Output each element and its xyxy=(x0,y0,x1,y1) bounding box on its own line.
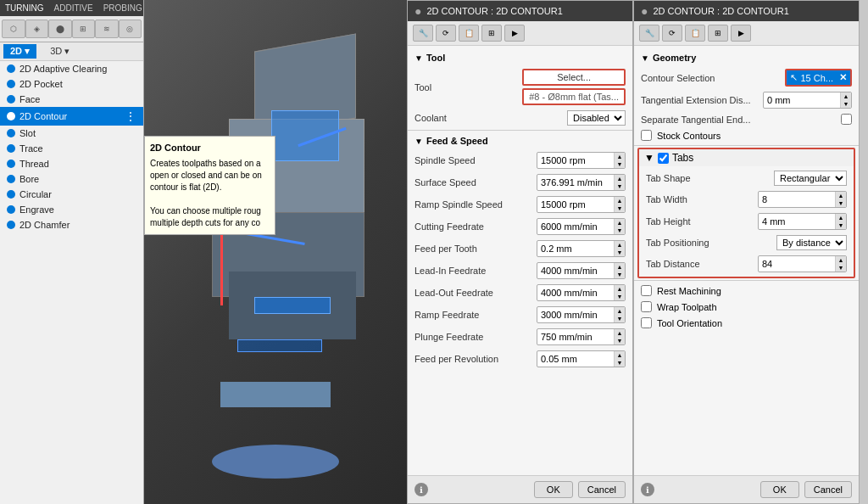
stock-contours-checkbox[interactable] xyxy=(641,130,652,141)
spin-tab-d-up[interactable]: ▲ xyxy=(836,256,846,264)
contour-close-btn[interactable]: ✕ xyxy=(839,72,847,83)
d2-toolbar-btn-3[interactable]: 📋 xyxy=(685,25,705,42)
spindle-speed-field: 15000 rpm ▲ ▼ xyxy=(537,152,626,169)
tabs-enabled-checkbox[interactable] xyxy=(658,153,669,164)
spin-tab-d-down[interactable]: ▼ xyxy=(836,264,846,272)
tab-distance-input[interactable]: 84 xyxy=(759,258,835,270)
menu-engrave[interactable]: Engrave xyxy=(0,202,143,217)
menu-label: Circular xyxy=(19,189,52,199)
info-icon-2[interactable]: ℹ xyxy=(641,483,654,496)
tab-probing[interactable]: PROBING xyxy=(98,0,147,16)
tool-orientation-checkbox[interactable] xyxy=(641,317,652,328)
surface-speed-input[interactable]: 376.991 m/min xyxy=(537,176,614,188)
spin-down-5[interactable]: ▼ xyxy=(615,249,625,256)
d2-toolbar-btn-2[interactable]: ⟳ xyxy=(662,25,682,42)
spin-down-8[interactable]: ▼ xyxy=(615,315,625,322)
icon-4[interactable]: ⊞ xyxy=(72,20,96,38)
d2-toolbar-btn-5[interactable]: ▶ xyxy=(731,25,751,42)
spin-down-10[interactable]: ▼ xyxy=(615,359,625,367)
feed-per-tooth-input[interactable]: 0.2 mm xyxy=(537,243,614,255)
select-tool-button[interactable]: Select... xyxy=(522,69,626,86)
ramp-feedrate-input[interactable]: 3000 mm/min xyxy=(537,309,614,321)
coolant-select[interactable]: Disabled xyxy=(567,110,626,126)
tab-width-input[interactable]: 8 xyxy=(759,193,835,205)
toolbar-btn-2[interactable]: ⟳ xyxy=(436,25,456,42)
cutting-feedrate-input[interactable]: 6000 mm/min xyxy=(537,221,614,232)
tool-section-header[interactable]: ▼ Tool xyxy=(408,49,632,66)
dialog2-cancel-button[interactable]: Cancel xyxy=(804,481,852,498)
more-icon[interactable]: ⋮ xyxy=(125,109,136,123)
tab-bar: TURNING ADDITIVE PROBING FABRICAT... xyxy=(0,0,143,16)
feed-speed-section-header[interactable]: ▼ Feed & Speed xyxy=(408,132,632,149)
contour-selection-widget[interactable]: ↖ 15 Ch... ✕ xyxy=(785,69,852,87)
plunge-feedrate-field: 750 mm/min ▲ ▼ xyxy=(537,328,626,345)
wrap-toolpath-checkbox[interactable] xyxy=(641,301,652,312)
menu-2d-pocket[interactable]: 2D Pocket xyxy=(0,76,143,92)
dialog1-ok-button[interactable]: OK xyxy=(534,481,573,498)
spin-up-9[interactable]: ▲ xyxy=(615,329,625,337)
spin-tab-w-down[interactable]: ▼ xyxy=(836,199,846,207)
dialog2-ok-button[interactable]: OK xyxy=(760,481,799,498)
spin-down-6[interactable]: ▼ xyxy=(615,271,625,278)
rest-machining-checkbox[interactable] xyxy=(641,285,652,296)
toolbar-btn-5[interactable]: ▶ xyxy=(504,25,525,42)
btn-2d[interactable]: 2D ▾ xyxy=(3,44,36,59)
menu-thread[interactable]: Thread xyxy=(0,156,143,171)
geometry-section-header[interactable]: ▼ Geometry xyxy=(634,49,859,66)
toolbar-btn-1[interactable]: 🔧 xyxy=(413,25,433,42)
spin-up-4[interactable]: ▲ xyxy=(615,219,625,227)
icon-6[interactable]: ◎ xyxy=(119,20,142,38)
spin-down[interactable]: ▼ xyxy=(615,160,625,168)
spin-down-7[interactable]: ▼ xyxy=(615,293,625,300)
menu-trace[interactable]: Trace xyxy=(0,141,143,156)
spin-tab-h-up[interactable]: ▲ xyxy=(836,214,846,221)
sep-tang-checkbox[interactable] xyxy=(841,114,852,125)
icon-5[interactable]: ≋ xyxy=(95,20,119,38)
spin-down-9[interactable]: ▼ xyxy=(615,337,625,344)
menu-bore[interactable]: Bore xyxy=(0,171,143,187)
spin-up-5[interactable]: ▲ xyxy=(615,241,625,249)
spin-down-2[interactable]: ▼ xyxy=(615,182,625,190)
menu-2d-contour[interactable]: 2D Contour ⋮ xyxy=(0,107,143,126)
icon-3[interactable]: ⬤ xyxy=(48,20,72,38)
feed-per-rev-input[interactable]: 0.05 mm xyxy=(537,353,614,365)
dialog1-cancel-button[interactable]: Cancel xyxy=(578,481,626,498)
icon-2[interactable]: ◈ xyxy=(25,20,49,38)
info-icon[interactable]: ℹ xyxy=(415,483,428,496)
tab-positioning-select[interactable]: By distance xyxy=(776,235,847,250)
btn-3d[interactable]: 3D ▾ xyxy=(43,44,76,59)
toolbar-btn-4[interactable]: ⊞ xyxy=(481,25,502,42)
plunge-feedrate-input[interactable]: 750 mm/min xyxy=(537,331,614,343)
d2-toolbar-btn-1[interactable]: 🔧 xyxy=(639,25,659,42)
lead-out-input[interactable]: 4000 mm/min xyxy=(537,287,614,299)
spin-up-2[interactable]: ▲ xyxy=(615,175,625,182)
menu-circular[interactable]: Circular xyxy=(0,187,143,202)
spin-up-3[interactable]: ▲ xyxy=(615,197,625,204)
spin-up-10[interactable]: ▲ xyxy=(615,351,625,359)
d2-toolbar-btn-4[interactable]: ⊞ xyxy=(708,25,728,42)
spin-down-4[interactable]: ▼ xyxy=(615,227,625,234)
menu-slot[interactable]: Slot xyxy=(0,126,143,141)
spin-up-7[interactable]: ▲ xyxy=(615,285,625,293)
ramp-spindle-input[interactable]: 15000 rpm xyxy=(537,199,614,210)
tang-ext-input[interactable]: 0 mm xyxy=(764,94,840,106)
menu-2d-adaptive[interactable]: 2D Adaptive Clearing xyxy=(0,61,143,76)
tab-additive[interactable]: ADDITIVE xyxy=(49,0,98,16)
spin-tab-h-down[interactable]: ▼ xyxy=(836,221,846,229)
spin-up-8[interactable]: ▲ xyxy=(615,307,625,315)
toolbar-btn-3[interactable]: 📋 xyxy=(459,25,479,42)
lead-in-input[interactable]: 4000 mm/min xyxy=(537,265,614,277)
spin-up[interactable]: ▲ xyxy=(615,153,625,160)
spindle-speed-input[interactable]: 15000 rpm xyxy=(537,154,614,166)
menu-face[interactable]: Face xyxy=(0,92,143,107)
spin-tang-down[interactable]: ▼ xyxy=(841,100,851,108)
tab-height-input[interactable]: 4 mm xyxy=(759,216,835,227)
menu-2d-chamfer[interactable]: 2D Chamfer xyxy=(0,217,143,232)
spin-tab-w-up[interactable]: ▲ xyxy=(836,192,846,199)
tab-turning[interactable]: TURNING xyxy=(0,0,49,16)
icon-1[interactable]: ⬡ xyxy=(2,20,25,38)
tab-shape-select[interactable]: Rectangular xyxy=(774,171,847,186)
spin-up-6[interactable]: ▲ xyxy=(615,263,625,271)
spin-down-3[interactable]: ▼ xyxy=(615,204,625,212)
spin-tang-up[interactable]: ▲ xyxy=(841,92,851,100)
